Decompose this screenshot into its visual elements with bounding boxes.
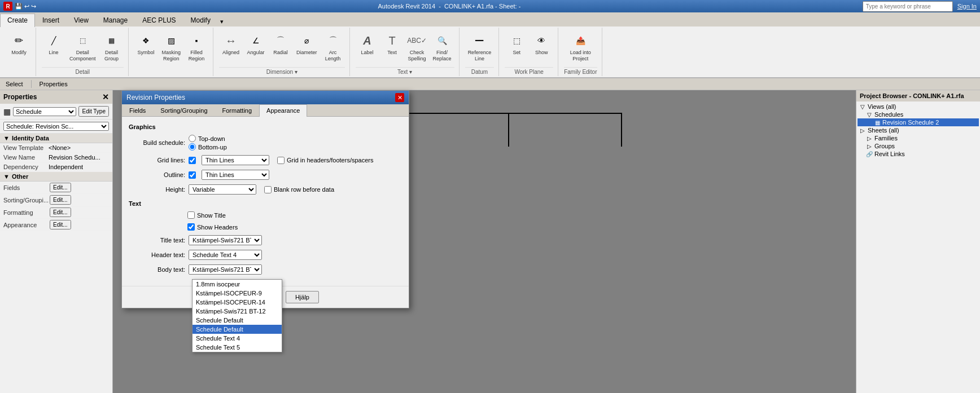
show-title-checkbox-row: Show Title <box>187 211 226 219</box>
graphics-section-label: Graphics <box>129 123 402 130</box>
dialog-tabs: Fields Sorting/Grouping Formatting Appea… <box>122 104 409 117</box>
dropdown-item-isocpeur14[interactable]: Kstämpel-ISOCPEUR-14 <box>193 298 282 307</box>
outline-label: Outline: <box>129 171 185 178</box>
dialog-title: Revision Properties <box>126 94 185 101</box>
bottom-up-row: Bottom-up <box>189 143 227 151</box>
tab-formatting[interactable]: Formatting <box>215 104 260 116</box>
title-text-select[interactable]: Kstämpel-Swis721 BT-12 <box>189 235 262 245</box>
build-schedule-row: Build schedule: Top-down Bottom-up <box>129 135 402 151</box>
show-headers-checkbox[interactable] <box>187 223 195 231</box>
blank-row-checkbox[interactable] <box>264 186 272 193</box>
dropdown-item-isocpeur9[interactable]: Kstämpel-ISOCPEUR-9 <box>193 289 282 298</box>
grid-in-headers-label: Grid in headers/footers/spacers <box>287 157 373 164</box>
build-schedule-options: Top-down Bottom-up <box>189 135 227 151</box>
outline-select[interactable]: Thin Lines Wide Lines Medium Lines <box>202 170 269 180</box>
revision-properties-dialog: Revision Properties ✕ Fields Sorting/Gro… <box>121 90 409 308</box>
tab-appearance[interactable]: Appearance <box>259 104 307 117</box>
body-text-select[interactable]: Kstämpel-Swis721 BT-12 <box>189 264 262 275</box>
show-headers-checkbox-row: Show Headers <box>187 223 238 231</box>
top-down-row: Top-down <box>189 135 227 142</box>
body-text-row: Body text: Kstämpel-Swis721 BT-12 <box>129 264 402 275</box>
blank-row-row: Blank row before data <box>264 186 334 193</box>
height-row: Height: Variable Fixed Blank row before … <box>129 184 402 195</box>
header-text-select[interactable]: Schedule Text 4 <box>189 250 262 260</box>
show-headers-label: Show Headers <box>197 224 238 231</box>
grid-lines-checkbox[interactable] <box>189 157 196 164</box>
dropdown-item-schedule-default2[interactable]: Schedule Default <box>193 325 282 334</box>
build-schedule-label: Build schedule: <box>129 139 185 146</box>
grid-in-headers-row: Grid in headers/footers/spacers <box>277 157 373 164</box>
grid-in-headers-checkbox[interactable] <box>277 157 285 164</box>
outline-checkbox[interactable] <box>189 171 196 179</box>
show-title-label: Show Title <box>197 212 226 219</box>
dialog-close-button[interactable]: ✕ <box>395 93 404 102</box>
text-section-label: Text <box>129 200 402 207</box>
dialog-overlay: Revision Properties ✕ Fields Sorting/Gro… <box>0 0 980 393</box>
header-text-row: Header text: Schedule Text 4 <box>129 250 402 260</box>
dropdown-item-swis721[interactable]: Kstämpel-Swis721 BT-12 <box>193 307 282 316</box>
dialog-body: Graphics Build schedule: Top-down Bottom… <box>122 117 409 286</box>
title-text-row: Title text: Kstämpel-Swis721 BT-12 <box>129 235 402 245</box>
dropdown-item-isocpeur[interactable]: 1.8mm isocpeur <box>193 280 282 289</box>
top-down-label: Top-down <box>198 135 225 142</box>
bottom-up-radio[interactable] <box>189 143 196 151</box>
dropdown-item-schedule-default1[interactable]: Schedule Default <box>193 316 282 325</box>
help-button[interactable]: Hjälp <box>286 291 319 303</box>
dialog-titlebar: Revision Properties ✕ <box>122 91 409 104</box>
grid-lines-label: Grid lines: <box>129 157 185 164</box>
show-title-checkbox[interactable] <box>187 211 195 219</box>
height-select[interactable]: Variable Fixed <box>189 184 256 195</box>
blank-row-label: Blank row before data <box>274 186 334 193</box>
outline-row: Outline: Thin Lines Wide Lines Medium Li… <box>129 170 402 180</box>
grid-lines-select[interactable]: Thin Lines Wide Lines Medium Lines <box>202 155 269 165</box>
grid-lines-row: Grid lines: Thin Lines Wide Lines Medium… <box>129 155 402 165</box>
height-label: Height: <box>129 186 185 193</box>
header-text-label: Header text: <box>129 251 185 258</box>
show-headers-row: Show Headers <box>187 223 402 231</box>
dropdown-item-schedule-text5[interactable]: Schedule Text 5 <box>193 343 282 352</box>
show-title-row: Show Title <box>187 211 402 219</box>
dropdown-item-schedule-text4[interactable]: Schedule Text 4 <box>193 334 282 343</box>
body-text-label: Body text: <box>129 266 185 273</box>
bottom-up-label: Bottom-up <box>198 144 227 151</box>
body-text-dropdown: 1.8mm isocpeur Kstämpel-ISOCPEUR-9 Kstäm… <box>192 279 282 352</box>
title-text-label: Title text: <box>129 237 185 244</box>
tab-fields[interactable]: Fields <box>122 104 153 116</box>
tab-sorting-grouping[interactable]: Sorting/Grouping <box>153 104 215 116</box>
top-down-radio[interactable] <box>189 135 196 142</box>
